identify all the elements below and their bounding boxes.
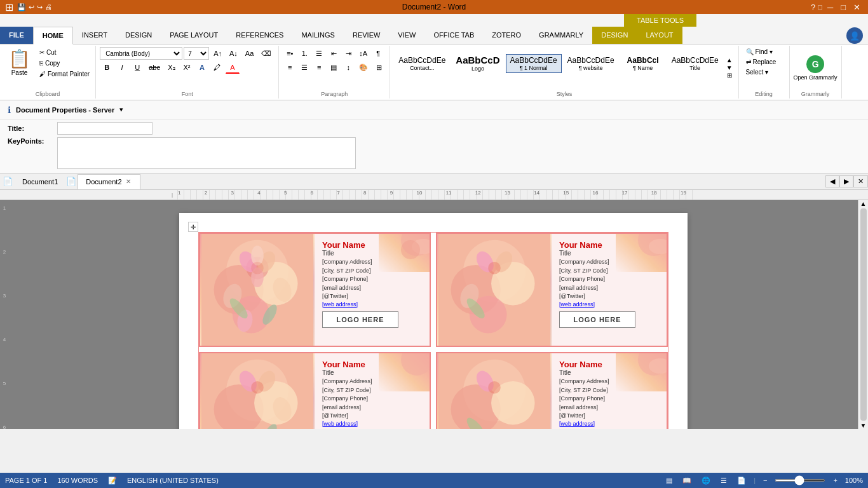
business-card-1[interactable]: Your Name Title [Company Address] [City,…	[199, 233, 431, 347]
change-case-btn[interactable]: Aa	[242, 47, 257, 60]
tab-design[interactable]: DESIGN	[116, 26, 161, 44]
tab-view[interactable]: VIEW	[389, 26, 424, 44]
styles-more-btn[interactable]: ⊞	[724, 72, 735, 79]
doc-tab-close-btn[interactable]: ✕	[125, 178, 132, 185]
tab-file[interactable]: FILE	[0, 26, 33, 44]
copy-button[interactable]: ⎘ Copy	[36, 58, 93, 68]
text-effects-button[interactable]: A	[195, 61, 209, 74]
view-normal-btn[interactable]: ▤	[663, 477, 675, 485]
table-move-handle[interactable]: ✛	[188, 222, 198, 232]
scroll-down-btn[interactable]: ▼	[860, 422, 867, 429]
align-left-button[interactable]: ≡	[283, 61, 297, 74]
doc-tab-prev-btn[interactable]: ◀	[825, 175, 839, 187]
view-web-btn[interactable]: 🌐	[699, 477, 713, 485]
grammarly-group-label: Grammarly	[790, 91, 841, 97]
doc-scroll-area[interactable]: ✛	[9, 200, 858, 429]
cut-button[interactable]: ✂ Cut	[36, 48, 93, 57]
tab-office-tab[interactable]: OFFICE TAB	[424, 26, 483, 44]
borders-button[interactable]: ⊞	[372, 61, 386, 74]
check-status-btn[interactable]: 📝	[108, 477, 117, 485]
doc-tab-next-btn[interactable]: ▶	[839, 175, 853, 187]
tab-grammarly[interactable]: GRAMMARLY	[530, 26, 592, 44]
save-btn[interactable]: 💾	[17, 3, 26, 11]
decrease-font-btn[interactable]: A↓	[226, 47, 241, 60]
view-read-btn[interactable]: 📖	[680, 477, 694, 485]
doc-tab-document2[interactable]: Document2 ✕	[78, 174, 140, 189]
zoom-slider[interactable]	[775, 479, 825, 482]
doc-tab-close-all-btn[interactable]: ✕	[853, 175, 868, 187]
superscript-button[interactable]: X²	[180, 61, 194, 74]
card-4-floral-svg	[437, 353, 552, 429]
scroll-up-btn[interactable]: ▲	[860, 200, 867, 207]
style-item-contact[interactable]: AaBbCcDdEe Contact...	[394, 54, 450, 73]
font-name-select[interactable]: Cambria (Body)	[100, 47, 182, 60]
minimize-btn[interactable]: ─	[825, 3, 836, 12]
grammarly-icon[interactable]: G	[806, 55, 824, 73]
bold-button[interactable]: B	[100, 61, 114, 74]
select-button[interactable]: Select ▾	[743, 67, 785, 77]
paste-button[interactable]: 📋 Paste	[3, 47, 36, 88]
close-btn[interactable]: ✕	[851, 3, 863, 12]
italic-button[interactable]: I	[115, 61, 129, 74]
business-card-3[interactable]: Your Name Title [Company Address] [City,…	[199, 352, 431, 429]
ribbon-display-btn[interactable]: □	[818, 3, 822, 11]
numbering-button[interactable]: 1.	[297, 47, 311, 60]
clear-formatting-btn[interactable]: ⌫	[258, 47, 275, 60]
sort-button[interactable]: ↕A	[356, 47, 370, 60]
justify-button[interactable]: ▤	[327, 61, 341, 74]
account-icon[interactable]: 👤	[846, 27, 863, 44]
style-item-logo[interactable]: AaBbCcD Logo	[451, 53, 504, 74]
style-item-name[interactable]: AaBbCcI ¶ Name	[620, 54, 666, 73]
view-outline-btn[interactable]: ☰	[718, 477, 729, 485]
tab-references[interactable]: REFERENCES	[227, 26, 292, 44]
align-right-button[interactable]: ≡	[312, 61, 326, 74]
tab-page-layout[interactable]: PAGE LAYOUT	[161, 26, 227, 44]
shading-button[interactable]: 🎨	[356, 61, 371, 74]
grammarly-open-label[interactable]: Open Grammarly	[794, 74, 837, 81]
find-button[interactable]: 🔍 Find ▾	[743, 47, 785, 57]
tab-table-design[interactable]: DESIGN	[592, 26, 637, 44]
style-item-website[interactable]: AaBbCcDdEe ¶ website	[563, 54, 619, 73]
zoom-in-btn[interactable]: +	[831, 477, 839, 484]
business-card-2[interactable]: Your Name Title [Company Address] [City,…	[436, 233, 668, 347]
scroll-thumb[interactable]	[860, 208, 867, 421]
doc-tab-document1[interactable]: Document1	[14, 174, 66, 189]
format-painter-button[interactable]: 🖌 Format Painter	[36, 69, 93, 79]
undo-btn[interactable]: ↩	[29, 3, 34, 11]
tab-mailings[interactable]: MAILINGS	[292, 26, 344, 44]
business-card-4[interactable]: Your Name Title [Company Address] [City,…	[436, 352, 668, 429]
align-center-button[interactable]: ☰	[297, 61, 311, 74]
font-color-button[interactable]: A	[226, 61, 240, 74]
styles-scroll-up-btn[interactable]: ▲	[724, 57, 735, 64]
bullets-button[interactable]: ≡•	[283, 47, 297, 60]
tab-insert[interactable]: INSERT	[73, 26, 116, 44]
style-item-title[interactable]: AaBbCcDdEe Title	[667, 54, 723, 73]
show-hide-button[interactable]: ¶	[371, 47, 385, 60]
underline-button[interactable]: U	[130, 61, 144, 74]
tab-home[interactable]: HOME	[33, 27, 73, 44]
title-input[interactable]	[57, 122, 153, 135]
maximize-btn[interactable]: □	[838, 3, 848, 12]
multilevel-list-button[interactable]: ☰	[312, 47, 326, 60]
view-draft-btn[interactable]: 📄	[735, 477, 749, 485]
increase-indent-button[interactable]: ⇥	[341, 47, 355, 60]
keypoints-textarea[interactable]	[57, 137, 356, 169]
print-btn[interactable]: 🖨	[45, 3, 52, 11]
tab-table-layout[interactable]: LAYOUT	[637, 26, 682, 44]
text-highlight-button[interactable]: 🖍	[210, 61, 224, 74]
font-size-select[interactable]: 7 8 10 12	[184, 47, 209, 60]
subscript-button[interactable]: X₂	[165, 61, 179, 74]
strikethrough-button[interactable]: abc	[146, 61, 163, 74]
help-btn[interactable]: ?	[811, 3, 815, 12]
increase-font-btn[interactable]: A↑	[210, 47, 225, 60]
tab-review[interactable]: REVIEW	[344, 26, 389, 44]
line-spacing-button[interactable]: ↕	[341, 61, 355, 74]
doc-props-dropdown-btn[interactable]: ▾	[119, 105, 123, 114]
style-item-normal[interactable]: AaBbCcDdEe ¶ 1 Normal	[506, 54, 562, 73]
zoom-out-btn[interactable]: −	[761, 477, 770, 484]
tab-zotero[interactable]: ZOTERO	[483, 26, 530, 44]
styles-scroll-down-btn[interactable]: ▼	[724, 64, 735, 72]
decrease-indent-button[interactable]: ⇤	[327, 47, 341, 60]
redo-btn[interactable]: ↪	[37, 3, 43, 11]
replace-button[interactable]: ⇄ Replace	[743, 57, 785, 67]
